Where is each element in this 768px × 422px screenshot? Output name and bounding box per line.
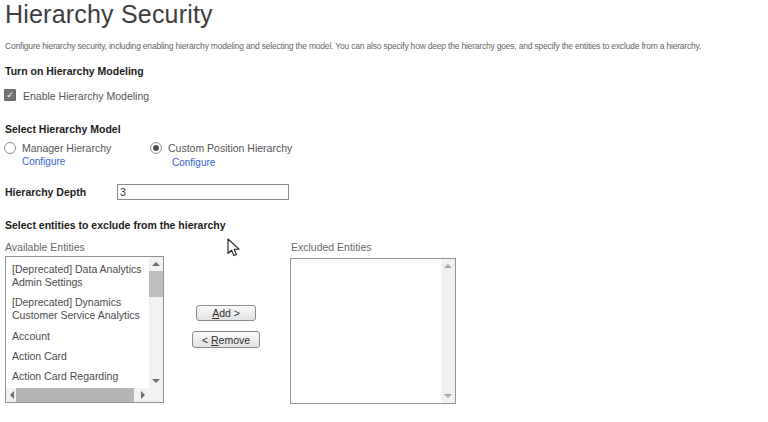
scroll-down-icon[interactable]: [152, 379, 160, 383]
available-entity-option[interactable]: Account: [12, 327, 147, 347]
manager-hierarchy-radio[interactable]: [4, 142, 16, 154]
horizontal-scrollbar[interactable]: [6, 388, 149, 402]
scroll-left-icon[interactable]: [10, 391, 14, 399]
page-title: Hierarchy Security: [5, 0, 213, 29]
available-entities-list: [Deprecated] Data Analytics Admin Settin…: [6, 257, 149, 388]
scrollbar-corner: [149, 388, 163, 402]
hierarchy-depth-input[interactable]: [117, 184, 289, 200]
manager-hierarchy-configure-link[interactable]: Configure: [22, 156, 65, 167]
available-entities-label: Available Entities: [5, 241, 85, 253]
hierarchy-security-page: Hierarchy Security Configure hierarchy s…: [0, 0, 768, 422]
remove-button[interactable]: < Remove: [192, 331, 260, 348]
select-hierarchy-model-heading: Select Hierarchy Model: [5, 123, 121, 135]
scroll-up-icon[interactable]: [152, 262, 160, 266]
excluded-entities-listbox[interactable]: [290, 258, 456, 404]
radio-dot-icon: [7, 145, 13, 151]
check-icon: ✓: [6, 91, 14, 100]
excluded-entities-label: Excluded Entities: [291, 241, 372, 253]
available-entity-option[interactable]: Action Card Regarding: [12, 367, 147, 387]
vertical-scrollbar[interactable]: [441, 259, 455, 403]
scrollbar-thumb[interactable]: [149, 271, 163, 297]
custom-position-hierarchy-label: Custom Position Hierarchy: [168, 142, 292, 154]
exclude-entities-heading: Select entities to exclude from the hier…: [5, 219, 226, 231]
add-button[interactable]: Add >: [196, 305, 256, 321]
custom-position-hierarchy-radio[interactable]: [150, 142, 162, 154]
available-entity-option[interactable]: Action Card: [12, 347, 147, 367]
turn-on-hierarchy-heading: Turn on Hierarchy Modeling: [5, 65, 144, 77]
excluded-entities-list: [291, 259, 441, 403]
radio-dot-icon: [153, 145, 159, 151]
enable-hierarchy-modeling-label: Enable Hierarchy Modeling: [23, 90, 149, 102]
available-entities-listbox[interactable]: [Deprecated] Data Analytics Admin Settin…: [5, 256, 164, 403]
scroll-up-icon[interactable]: [444, 264, 452, 268]
manager-hierarchy-label: Manager Hierarchy: [22, 142, 111, 154]
scrollbar-thumb[interactable]: [16, 388, 134, 402]
mouse-cursor-icon: [227, 238, 241, 258]
available-entity-option[interactable]: [Deprecated] Dynamics Customer Service A…: [12, 293, 147, 326]
custom-position-hierarchy-configure-link[interactable]: Configure: [172, 157, 215, 168]
enable-hierarchy-modeling-checkbox[interactable]: ✓: [4, 89, 16, 101]
hierarchy-depth-label: Hierarchy Depth: [5, 186, 86, 198]
page-description: Configure hierarchy security, including …: [5, 41, 765, 51]
scroll-down-icon[interactable]: [444, 394, 452, 398]
vertical-scrollbar[interactable]: [149, 257, 163, 388]
available-entity-option[interactable]: [Deprecated] Data Analytics Admin Settin…: [12, 260, 147, 293]
scroll-right-icon[interactable]: [141, 391, 145, 399]
